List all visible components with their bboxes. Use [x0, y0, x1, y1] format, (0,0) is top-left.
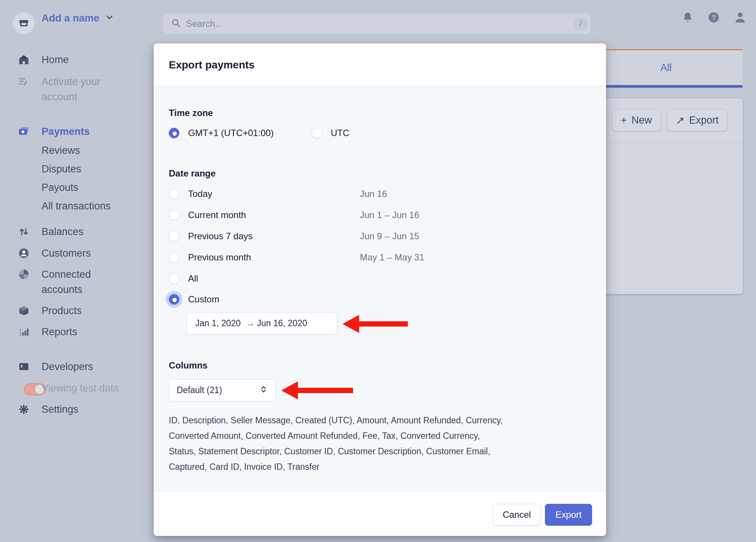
payments-panel: + New ↗ Export	[589, 98, 743, 294]
sidebar-item-label: Connected accounts	[42, 267, 121, 297]
home-icon	[17, 53, 30, 66]
date-range-option-label: Today	[188, 189, 212, 199]
sidebar-item-label: Payouts	[42, 180, 121, 195]
gear-icon	[17, 403, 30, 416]
top-bar: Add a name /	[0, 0, 756, 36]
sidebar-item-label: Settings	[42, 402, 121, 417]
export-button[interactable]: Export	[545, 504, 592, 526]
date-range-label: Date range	[169, 168, 216, 179]
cancel-button[interactable]: Cancel	[493, 504, 541, 526]
search-shortcut-key: /	[574, 17, 587, 30]
new-button-label: New	[631, 115, 652, 126]
account-avatar[interactable]	[13, 12, 35, 34]
customers-icon	[17, 247, 30, 260]
columns-summary: ID, Description, Seller Message, Created…	[169, 413, 594, 475]
radio-gmt1[interactable]	[169, 128, 179, 138]
updown-chevron-icon	[259, 384, 268, 396]
date-range-option-previous-month[interactable]: Previous month May 1 – May 31	[169, 250, 588, 265]
sidebar-item-label: Products	[42, 303, 121, 318]
user-icon[interactable]	[733, 11, 747, 26]
date-range-hint: Jun 16	[360, 189, 387, 199]
radio-current-month[interactable]	[169, 210, 179, 220]
radio-today[interactable]	[169, 189, 179, 199]
sidebar-item-label: Reports	[42, 324, 121, 339]
tab-all-label: All	[589, 50, 743, 85]
balances-icon	[17, 225, 30, 238]
developers-icon	[17, 360, 30, 373]
radio-custom[interactable]	[169, 294, 179, 305]
search-input[interactable]	[186, 19, 574, 29]
search-bar[interactable]: /	[164, 14, 591, 34]
date-range-option-custom[interactable]: Custom	[169, 292, 588, 307]
radio-previous-month[interactable]	[169, 252, 179, 263]
sidebar-item-label: All transactions	[42, 198, 121, 214]
sidebar-item-label: Customers	[42, 246, 121, 261]
test-data-toggle[interactable]	[11, 382, 38, 395]
radio-all[interactable]	[169, 273, 179, 284]
annotation-arrow-columns	[281, 381, 353, 400]
annotation-arrow-date-range	[343, 315, 408, 333]
columns-label: Columns	[169, 360, 208, 371]
columns-select[interactable]: Default (21)	[169, 379, 276, 401]
sidebar-item-label: Disputes	[42, 161, 121, 177]
columns-summary-line: ID, Description, Seller Message, Created…	[169, 413, 594, 428]
search-icon	[170, 17, 182, 30]
new-button[interactable]: + New	[612, 109, 661, 131]
timezone-option-label: GMT+1 (UTC+01:00)	[188, 128, 274, 138]
activate-account-icon	[17, 75, 30, 88]
storefront-icon	[18, 17, 30, 30]
modal-title: Export payments	[169, 43, 255, 86]
columns-selected-value: Default (21)	[177, 385, 222, 395]
timezone-option-utc[interactable]: UTC	[312, 128, 349, 138]
export-arrow-icon: ↗	[676, 114, 684, 127]
account-name: Add a name	[42, 12, 99, 24]
export-payments-modal: Export payments Time zone GMT+1 (UTC+01:…	[154, 43, 606, 536]
modal-header: Export payments	[154, 43, 606, 86]
date-range-option-current-month[interactable]: Current month Jun 1 – Jun 16	[169, 208, 588, 223]
help-icon[interactable]: ?	[707, 11, 721, 26]
plus-icon: +	[621, 114, 627, 126]
date-range-option-previous-7-days[interactable]: Previous 7 days Jun 9 – Jun 15	[169, 229, 588, 244]
radio-utc[interactable]	[312, 128, 322, 138]
sidebar: Home Activate your account	[0, 36, 119, 542]
sidebar-item-label: Viewing test data	[42, 381, 121, 396]
date-range-option-label: All	[188, 273, 198, 284]
panel-export-button[interactable]: ↗ Export	[667, 109, 727, 131]
sidebar-item-label: Balances	[42, 224, 121, 239]
date-range-option-all[interactable]: All	[169, 271, 588, 286]
products-icon	[17, 304, 30, 317]
modal-footer: Cancel Export	[154, 491, 606, 536]
columns-summary-line: Status, Statement Descriptor, Customer I…	[169, 444, 594, 459]
tab-all[interactable]: All	[589, 49, 743, 88]
date-range-option-label: Previous month	[188, 252, 251, 263]
date-range-hint: Jun 9 – Jun 15	[360, 231, 419, 242]
date-range-option-today[interactable]: Today Jun 16	[169, 186, 588, 201]
account-menu-button[interactable]: Add a name	[42, 0, 114, 36]
tab-active-underline	[589, 85, 743, 88]
custom-date-range-input[interactable]: Jan 1, 2020 → Jun 16, 2020	[187, 312, 337, 334]
columns-summary-line: Captured, Card ID, Invoice ID, Transfer	[169, 459, 594, 475]
custom-date-start: Jan 1, 2020	[195, 318, 241, 328]
connected-accounts-icon	[17, 268, 30, 281]
top-right-icons: ?	[681, 0, 747, 36]
date-range-option-label: Current month	[188, 210, 246, 220]
chevron-down-icon	[105, 12, 114, 24]
sidebar-item-label: Activate your account	[42, 74, 121, 104]
right-arrow-icon: →	[246, 318, 255, 328]
radio-previous-7-days[interactable]	[169, 231, 179, 242]
custom-date-end: Jun 16, 2020	[257, 318, 307, 328]
timezone-option-gmt1[interactable]: GMT+1 (UTC+01:00)	[169, 128, 274, 138]
panel-divider	[589, 143, 743, 143]
columns-summary-line: Converted Amount, Converted Amount Refun…	[169, 428, 594, 444]
sidebar-item-label: Developers	[42, 359, 121, 374]
sidebar-item-label: Payments	[42, 124, 121, 139]
timezone-options: GMT+1 (UTC+01:00) UTC	[169, 128, 349, 138]
date-range-option-label: Previous 7 days	[188, 231, 253, 242]
bell-icon[interactable]	[681, 11, 694, 25]
payments-icon	[17, 125, 30, 138]
svg-text:?: ?	[711, 14, 716, 22]
reports-icon	[17, 325, 30, 338]
panel-export-label: Export	[689, 115, 719, 126]
date-range-hint: Jun 1 – Jun 16	[360, 210, 419, 220]
date-range-option-label: Custom	[188, 294, 219, 305]
